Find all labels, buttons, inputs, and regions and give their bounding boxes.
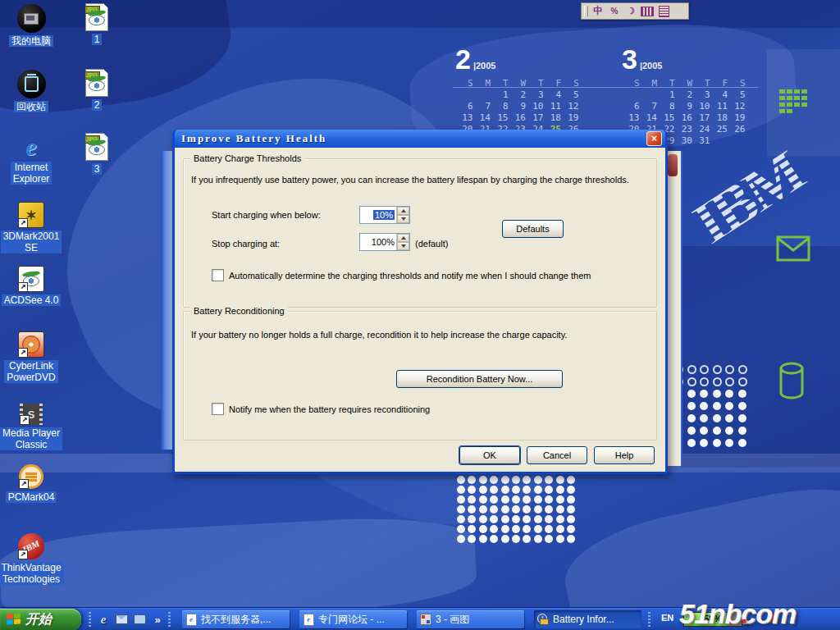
calendar-day: 26	[728, 124, 746, 135]
close-icon[interactable]: ×	[646, 131, 662, 146]
desktop-icon-internet-explorer-internet[interactable]: eInternetExplorer	[0, 130, 62, 185]
quicklaunch-mail-icon[interactable]	[113, 611, 130, 628]
database-icon	[778, 362, 806, 399]
start-threshold-spinner[interactable]: 10%	[359, 206, 410, 224]
defaults-button[interactable]: Defaults	[502, 220, 564, 238]
improve-battery-health-dialog: Improve Battery Health × Battery Charge …	[172, 130, 668, 474]
stop-threshold-value[interactable]: 100%	[360, 234, 396, 250]
task-button-label: 3 - 画图	[436, 613, 469, 627]
auto-thresholds-checkbox[interactable]	[212, 269, 224, 281]
recycle-bin-icon	[17, 70, 46, 98]
soft-keyboard-icon[interactable]	[641, 5, 654, 17]
calendar-day: 14	[473, 112, 491, 124]
wallpaper-dot	[567, 535, 575, 543]
notify-recondition-checkbox[interactable]	[212, 403, 224, 415]
desktop-icon-recycle-bin-[interactable]: 回收站	[0, 69, 62, 112]
task-button-3[interactable]: 3 - 画图	[417, 610, 524, 628]
taskbar-separator	[168, 612, 171, 627]
ime-language-bar[interactable]: 中 % ☽	[581, 2, 689, 20]
punctuation-icon[interactable]: ☽	[624, 5, 637, 17]
help-button[interactable]: Help	[594, 446, 655, 464]
wallpaper-dot	[523, 535, 531, 543]
desktop-icon-3dmark2001-3dmark2001[interactable]: ✶↗3DMark2001SE	[0, 199, 62, 253]
spin-up-button[interactable]	[397, 207, 409, 215]
wallpaper-dot	[479, 505, 487, 514]
task-button-2[interactable]: e专门网论坛 - ...	[299, 610, 407, 628]
shortcut-arrow-icon: ↗	[18, 282, 28, 292]
wallpaper-dot	[457, 495, 465, 504]
wallpaper-dot	[501, 495, 509, 504]
wallpaper-dot	[468, 525, 476, 533]
shortcut-arrow-icon: ↗	[18, 218, 28, 228]
recondition-battery-button[interactable]: Recondition Battery Now...	[396, 370, 563, 388]
calendar-dow: T	[657, 78, 675, 89]
wallpaper-dot	[468, 535, 476, 543]
calendar-day: 4	[544, 89, 562, 101]
desktop-icon-jpg-file-2[interactable]: JPG2	[66, 67, 128, 111]
dialog-titlebar[interactable]: Improve Battery Health ×	[175, 130, 665, 148]
battery-charge-thresholds-group: Battery Charge Thresholds If you infrequ…	[183, 158, 657, 308]
internet-explorer-icon: e	[25, 135, 36, 159]
start-button[interactable]: 开始	[0, 609, 81, 630]
wallpaper-dot	[713, 427, 721, 435]
wallpaper-dot	[501, 525, 509, 533]
wallpaper-dot	[700, 365, 709, 374]
calendar-day: 5	[728, 89, 746, 101]
task-button-1[interactable]: e找不到服务器,...	[182, 610, 290, 628]
background-window-right-edge[interactable]	[667, 151, 682, 466]
wallpaper-dot	[523, 505, 531, 514]
wallpaper-dot	[700, 390, 708, 398]
desktop-icon-acdsee-acdsee40[interactable]: ↗ACDSee 4.0	[0, 262, 62, 306]
desktop-icon-media-player-classic-mediaplayer[interactable]: S↗Media PlayerClassic	[0, 395, 62, 450]
spin-up-button[interactable]	[397, 234, 409, 242]
wallpaper-dot	[556, 486, 564, 494]
desktop-icon-pcmark04-pcmark04[interactable]: ↗PCMark04	[0, 459, 62, 503]
battery-info-icon: !	[537, 614, 549, 625]
wallpaper-dot	[687, 439, 696, 447]
quicklaunch-show-desktop-icon[interactable]	[131, 611, 148, 628]
ime-drag-handle[interactable]	[584, 6, 588, 16]
shortcut-arrow-icon: ↗	[20, 415, 30, 425]
cancel-button[interactable]: Cancel	[527, 446, 587, 464]
wallpaper-dot	[713, 414, 721, 422]
wallpaper-dot	[687, 402, 696, 410]
auto-thresholds-checkbox-label: Automatically determine the charging thr…	[229, 271, 591, 281]
task-button-4[interactable]: !Battery Infor...	[534, 610, 641, 628]
calendar-header: 3|2005	[622, 45, 746, 75]
desktop-icon-thinkvantage-thinkvantage[interactable]: IBM↗ThinkVantageTechnologies	[0, 530, 62, 585]
spin-down-button[interactable]	[397, 242, 409, 250]
wallpaper-dot	[700, 427, 708, 435]
background-window-left-edge[interactable]	[161, 151, 172, 450]
ime-menu-icon[interactable]	[657, 5, 670, 17]
wallpaper-dot	[457, 505, 465, 514]
group-description: If your battery no longer holds a full c…	[191, 330, 651, 340]
calendar-day: 11	[710, 101, 728, 112]
language-indicator[interactable]: EN	[661, 613, 673, 623]
shortcut-arrow-icon: ↗	[18, 348, 28, 358]
desktop-icon-jpg-file-1[interactable]: JPG1	[66, 2, 128, 45]
quicklaunch-ie-icon[interactable]: e	[95, 611, 112, 628]
desktop-icon-powerdvd-cyberlink[interactable]: ↗CyberLinkPowerDVD	[0, 328, 62, 383]
calendar-day: 13	[455, 112, 473, 124]
wallpaper-dot	[556, 476, 564, 484]
quicklaunch-overflow-chevron[interactable]: »	[149, 611, 166, 628]
calendar-day: 5	[561, 89, 579, 101]
ok-button[interactable]: OK	[459, 446, 520, 464]
calendar-day: 16	[675, 112, 693, 124]
wallpaper-dot	[534, 505, 542, 514]
spin-down-button[interactable]	[397, 215, 409, 223]
start-threshold-value[interactable]: 10%	[360, 207, 396, 223]
calendar-day: 2	[675, 89, 693, 101]
chinese-input-icon[interactable]: 中	[591, 5, 605, 17]
calendar-day: 16	[509, 112, 527, 124]
desktop-icon-jpg-file-3[interactable]: JPG3	[66, 131, 128, 175]
wallpaper-dot	[700, 439, 708, 447]
calendar-day: 31	[692, 135, 710, 147]
wallpaper-dot	[457, 515, 465, 523]
width-mode-icon[interactable]: %	[608, 5, 621, 17]
calendar-day: 30	[675, 135, 693, 147]
jpg-file-icon: JPG	[85, 3, 108, 31]
wallpaper-dot	[523, 525, 531, 533]
stop-threshold-spinner[interactable]: 100%	[359, 233, 410, 251]
desktop-icon-my-computer-[interactable]: 我的电脑	[0, 3, 62, 47]
